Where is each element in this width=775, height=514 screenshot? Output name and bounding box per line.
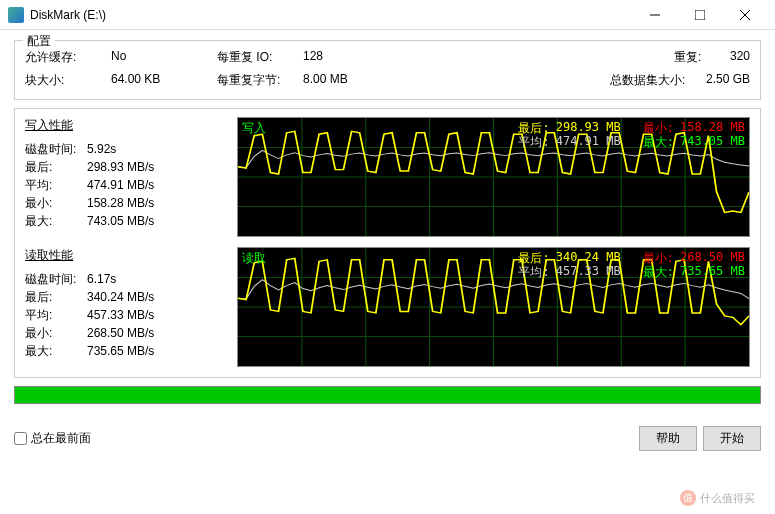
- bytes-per-rep-label: 每重复字节:: [217, 72, 297, 89]
- allow-cache-value: No: [111, 49, 211, 66]
- watermark-text: 什么值得买: [700, 491, 755, 506]
- watermark-icon: 值: [680, 490, 696, 506]
- read-avg-value: 457.33 MB/s: [87, 306, 154, 324]
- write-chart: 写入 最后: 298.93 MB 最小: 158.28 MB 平均: 474.9…: [237, 117, 750, 237]
- write-title: 写入性能: [25, 117, 225, 134]
- write-disktime-value: 5.92s: [87, 140, 116, 158]
- always-on-top-label: 总在最前面: [31, 430, 91, 447]
- bytes-per-rep-value: 8.00 MB: [303, 72, 403, 89]
- read-chart-avg-value: 457.33 MB: [556, 264, 621, 281]
- read-disktime-label: 磁盘时间:: [25, 270, 87, 288]
- read-last-label: 最后:: [25, 288, 87, 306]
- svg-rect-1: [695, 10, 705, 20]
- read-max-value: 735.65 MB/s: [87, 342, 154, 360]
- write-chart-avg-label: 平均:: [518, 134, 549, 151]
- read-disktime-value: 6.17s: [87, 270, 116, 288]
- write-avg-value: 474.91 MB/s: [87, 176, 154, 194]
- total-size-value: 2.50 GB: [706, 72, 750, 89]
- maximize-button[interactable]: [677, 1, 722, 29]
- help-button[interactable]: 帮助: [639, 426, 697, 451]
- block-size-value: 64.00 KB: [111, 72, 211, 89]
- performance-group: 写入性能 磁盘时间:5.92s 最后:298.93 MB/s 平均:474.91…: [14, 108, 761, 378]
- read-max-label: 最大:: [25, 342, 87, 360]
- read-min-value: 268.50 MB/s: [87, 324, 154, 342]
- always-on-top-input[interactable]: [14, 432, 27, 445]
- read-chart-max-value: 735.65 MB: [680, 264, 745, 281]
- write-max-value: 743.05 MB/s: [87, 212, 154, 230]
- block-size-label: 块大小:: [25, 72, 105, 89]
- close-button[interactable]: [722, 1, 767, 29]
- repeat-value: 320: [730, 49, 750, 66]
- app-icon: [8, 7, 24, 23]
- write-min-value: 158.28 MB/s: [87, 194, 154, 212]
- start-button[interactable]: 开始: [703, 426, 761, 451]
- read-chart-max-label: 最大:: [643, 264, 674, 281]
- always-on-top-checkbox[interactable]: 总在最前面: [14, 430, 91, 447]
- minimize-button[interactable]: [632, 1, 677, 29]
- write-avg-label: 平均:: [25, 176, 87, 194]
- titlebar: DiskMark (E:\): [0, 0, 775, 30]
- watermark: 值 什么值得买: [680, 490, 755, 506]
- write-chart-avg-value: 474.91 MB: [556, 134, 621, 151]
- repeat-label: 重复:: [674, 49, 724, 66]
- write-last-label: 最后:: [25, 158, 87, 176]
- read-title: 读取性能: [25, 247, 225, 264]
- read-chart-avg-label: 平均:: [518, 264, 549, 281]
- write-disktime-label: 磁盘时间:: [25, 140, 87, 158]
- io-per-rep-label: 每重复 IO:: [217, 49, 297, 66]
- read-min-label: 最小:: [25, 324, 87, 342]
- read-chart: 读取 最后: 340.24 MB 最小: 268.50 MB 平均: 457.3…: [237, 247, 750, 367]
- read-section: 读取性能 磁盘时间:6.17s 最后:340.24 MB/s 平均:457.33…: [25, 247, 750, 367]
- allow-cache-label: 允许缓存:: [25, 49, 105, 66]
- write-section: 写入性能 磁盘时间:5.92s 最后:298.93 MB/s 平均:474.91…: [25, 117, 750, 237]
- write-last-value: 298.93 MB/s: [87, 158, 154, 176]
- config-title: 配置: [23, 33, 55, 50]
- read-last-value: 340.24 MB/s: [87, 288, 154, 306]
- total-size-label: 总数据集大小:: [610, 72, 700, 89]
- write-min-label: 最小:: [25, 194, 87, 212]
- write-max-label: 最大:: [25, 212, 87, 230]
- write-chart-max-label: 最大:: [643, 134, 674, 151]
- write-chart-max-value: 743.05 MB: [680, 134, 745, 151]
- progress-bar: [14, 386, 761, 404]
- window-title: DiskMark (E:\): [30, 8, 632, 22]
- read-avg-label: 平均:: [25, 306, 87, 324]
- config-group: 配置 允许缓存: No 每重复 IO: 128 重复: 320 块大小: 64.…: [14, 40, 761, 100]
- io-per-rep-value: 128: [303, 49, 403, 66]
